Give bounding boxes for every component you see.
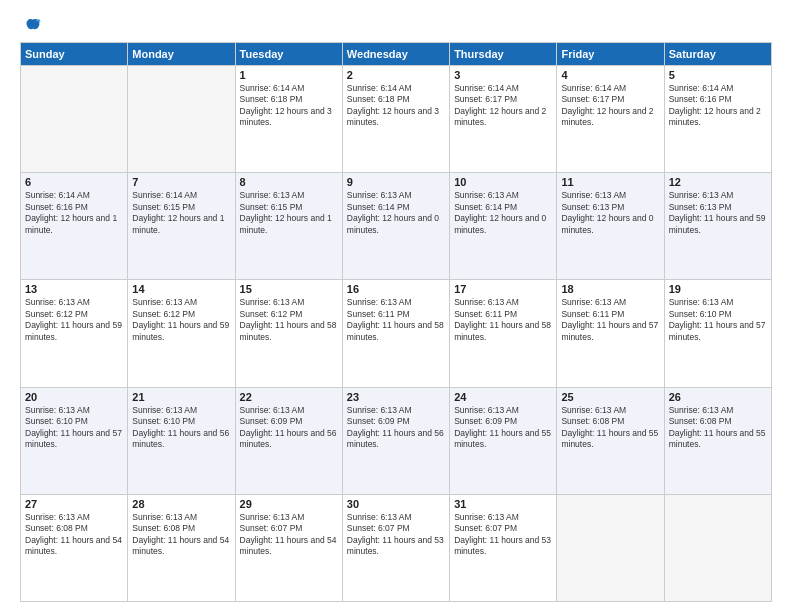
day-info: Sunrise: 6:13 AMSunset: 6:11 PMDaylight:… bbox=[454, 297, 552, 343]
calendar-cell: 22Sunrise: 6:13 AMSunset: 6:09 PMDayligh… bbox=[235, 387, 342, 494]
calendar-table: SundayMondayTuesdayWednesdayThursdayFrid… bbox=[20, 42, 772, 602]
day-number: 23 bbox=[347, 391, 445, 403]
calendar-cell: 2Sunrise: 6:14 AMSunset: 6:18 PMDaylight… bbox=[342, 66, 449, 173]
calendar-cell: 11Sunrise: 6:13 AMSunset: 6:13 PMDayligh… bbox=[557, 173, 664, 280]
calendar-cell bbox=[128, 66, 235, 173]
day-number: 13 bbox=[25, 283, 123, 295]
weekday-header-thursday: Thursday bbox=[450, 43, 557, 66]
day-number: 20 bbox=[25, 391, 123, 403]
day-info: Sunrise: 6:13 AMSunset: 6:13 PMDaylight:… bbox=[669, 190, 767, 236]
calendar-cell: 14Sunrise: 6:13 AMSunset: 6:12 PMDayligh… bbox=[128, 280, 235, 387]
calendar-cell: 7Sunrise: 6:14 AMSunset: 6:15 PMDaylight… bbox=[128, 173, 235, 280]
day-info: Sunrise: 6:13 AMSunset: 6:07 PMDaylight:… bbox=[347, 512, 445, 558]
day-number: 29 bbox=[240, 498, 338, 510]
day-info: Sunrise: 6:13 AMSunset: 6:11 PMDaylight:… bbox=[347, 297, 445, 343]
calendar-week-row: 27Sunrise: 6:13 AMSunset: 6:08 PMDayligh… bbox=[21, 494, 772, 601]
calendar-cell: 1Sunrise: 6:14 AMSunset: 6:18 PMDaylight… bbox=[235, 66, 342, 173]
calendar-cell: 17Sunrise: 6:13 AMSunset: 6:11 PMDayligh… bbox=[450, 280, 557, 387]
logo-text bbox=[20, 16, 44, 34]
calendar-cell: 9Sunrise: 6:13 AMSunset: 6:14 PMDaylight… bbox=[342, 173, 449, 280]
day-info: Sunrise: 6:13 AMSunset: 6:10 PMDaylight:… bbox=[25, 405, 123, 451]
calendar-cell: 30Sunrise: 6:13 AMSunset: 6:07 PMDayligh… bbox=[342, 494, 449, 601]
day-info: Sunrise: 6:13 AMSunset: 6:12 PMDaylight:… bbox=[132, 297, 230, 343]
weekday-header-friday: Friday bbox=[557, 43, 664, 66]
day-info: Sunrise: 6:13 AMSunset: 6:08 PMDaylight:… bbox=[561, 405, 659, 451]
header bbox=[20, 16, 772, 34]
weekday-header-sunday: Sunday bbox=[21, 43, 128, 66]
day-number: 5 bbox=[669, 69, 767, 81]
calendar-cell bbox=[21, 66, 128, 173]
weekday-header-tuesday: Tuesday bbox=[235, 43, 342, 66]
calendar-cell bbox=[664, 494, 771, 601]
calendar-cell: 19Sunrise: 6:13 AMSunset: 6:10 PMDayligh… bbox=[664, 280, 771, 387]
day-number: 17 bbox=[454, 283, 552, 295]
day-info: Sunrise: 6:14 AMSunset: 6:18 PMDaylight:… bbox=[347, 83, 445, 129]
calendar-cell: 16Sunrise: 6:13 AMSunset: 6:11 PMDayligh… bbox=[342, 280, 449, 387]
day-number: 4 bbox=[561, 69, 659, 81]
calendar-cell: 10Sunrise: 6:13 AMSunset: 6:14 PMDayligh… bbox=[450, 173, 557, 280]
day-number: 26 bbox=[669, 391, 767, 403]
logo bbox=[20, 16, 44, 34]
calendar-cell: 3Sunrise: 6:14 AMSunset: 6:17 PMDaylight… bbox=[450, 66, 557, 173]
calendar-cell: 24Sunrise: 6:13 AMSunset: 6:09 PMDayligh… bbox=[450, 387, 557, 494]
day-info: Sunrise: 6:14 AMSunset: 6:16 PMDaylight:… bbox=[25, 190, 123, 236]
day-number: 7 bbox=[132, 176, 230, 188]
logo-bird-icon bbox=[24, 16, 42, 34]
calendar-cell: 20Sunrise: 6:13 AMSunset: 6:10 PMDayligh… bbox=[21, 387, 128, 494]
day-info: Sunrise: 6:13 AMSunset: 6:15 PMDaylight:… bbox=[240, 190, 338, 236]
calendar-cell: 26Sunrise: 6:13 AMSunset: 6:08 PMDayligh… bbox=[664, 387, 771, 494]
day-number: 9 bbox=[347, 176, 445, 188]
calendar-cell: 25Sunrise: 6:13 AMSunset: 6:08 PMDayligh… bbox=[557, 387, 664, 494]
day-number: 19 bbox=[669, 283, 767, 295]
day-info: Sunrise: 6:14 AMSunset: 6:16 PMDaylight:… bbox=[669, 83, 767, 129]
day-number: 24 bbox=[454, 391, 552, 403]
day-info: Sunrise: 6:14 AMSunset: 6:17 PMDaylight:… bbox=[561, 83, 659, 129]
day-info: Sunrise: 6:13 AMSunset: 6:08 PMDaylight:… bbox=[669, 405, 767, 451]
day-info: Sunrise: 6:14 AMSunset: 6:15 PMDaylight:… bbox=[132, 190, 230, 236]
day-info: Sunrise: 6:13 AMSunset: 6:09 PMDaylight:… bbox=[240, 405, 338, 451]
day-number: 18 bbox=[561, 283, 659, 295]
calendar-cell: 12Sunrise: 6:13 AMSunset: 6:13 PMDayligh… bbox=[664, 173, 771, 280]
calendar-cell: 21Sunrise: 6:13 AMSunset: 6:10 PMDayligh… bbox=[128, 387, 235, 494]
day-number: 12 bbox=[669, 176, 767, 188]
calendar-week-row: 6Sunrise: 6:14 AMSunset: 6:16 PMDaylight… bbox=[21, 173, 772, 280]
calendar-cell: 15Sunrise: 6:13 AMSunset: 6:12 PMDayligh… bbox=[235, 280, 342, 387]
day-number: 22 bbox=[240, 391, 338, 403]
day-number: 21 bbox=[132, 391, 230, 403]
day-info: Sunrise: 6:13 AMSunset: 6:08 PMDaylight:… bbox=[132, 512, 230, 558]
day-number: 8 bbox=[240, 176, 338, 188]
day-info: Sunrise: 6:13 AMSunset: 6:10 PMDaylight:… bbox=[669, 297, 767, 343]
day-info: Sunrise: 6:13 AMSunset: 6:12 PMDaylight:… bbox=[240, 297, 338, 343]
calendar-cell bbox=[557, 494, 664, 601]
day-info: Sunrise: 6:14 AMSunset: 6:18 PMDaylight:… bbox=[240, 83, 338, 129]
calendar-cell: 13Sunrise: 6:13 AMSunset: 6:12 PMDayligh… bbox=[21, 280, 128, 387]
weekday-header-monday: Monday bbox=[128, 43, 235, 66]
day-number: 10 bbox=[454, 176, 552, 188]
calendar-cell: 6Sunrise: 6:14 AMSunset: 6:16 PMDaylight… bbox=[21, 173, 128, 280]
calendar-cell: 31Sunrise: 6:13 AMSunset: 6:07 PMDayligh… bbox=[450, 494, 557, 601]
day-info: Sunrise: 6:13 AMSunset: 6:08 PMDaylight:… bbox=[25, 512, 123, 558]
page: SundayMondayTuesdayWednesdayThursdayFrid… bbox=[0, 0, 792, 612]
day-number: 14 bbox=[132, 283, 230, 295]
calendar-cell: 8Sunrise: 6:13 AMSunset: 6:15 PMDaylight… bbox=[235, 173, 342, 280]
calendar-week-row: 13Sunrise: 6:13 AMSunset: 6:12 PMDayligh… bbox=[21, 280, 772, 387]
calendar-cell: 27Sunrise: 6:13 AMSunset: 6:08 PMDayligh… bbox=[21, 494, 128, 601]
day-number: 6 bbox=[25, 176, 123, 188]
calendar-cell: 18Sunrise: 6:13 AMSunset: 6:11 PMDayligh… bbox=[557, 280, 664, 387]
day-number: 31 bbox=[454, 498, 552, 510]
day-info: Sunrise: 6:13 AMSunset: 6:11 PMDaylight:… bbox=[561, 297, 659, 343]
day-info: Sunrise: 6:13 AMSunset: 6:10 PMDaylight:… bbox=[132, 405, 230, 451]
day-info: Sunrise: 6:13 AMSunset: 6:14 PMDaylight:… bbox=[454, 190, 552, 236]
day-number: 28 bbox=[132, 498, 230, 510]
day-info: Sunrise: 6:13 AMSunset: 6:07 PMDaylight:… bbox=[240, 512, 338, 558]
weekday-header-wednesday: Wednesday bbox=[342, 43, 449, 66]
day-info: Sunrise: 6:14 AMSunset: 6:17 PMDaylight:… bbox=[454, 83, 552, 129]
day-number: 11 bbox=[561, 176, 659, 188]
calendar-cell: 28Sunrise: 6:13 AMSunset: 6:08 PMDayligh… bbox=[128, 494, 235, 601]
calendar-cell: 29Sunrise: 6:13 AMSunset: 6:07 PMDayligh… bbox=[235, 494, 342, 601]
calendar-cell: 4Sunrise: 6:14 AMSunset: 6:17 PMDaylight… bbox=[557, 66, 664, 173]
weekday-header-saturday: Saturday bbox=[664, 43, 771, 66]
calendar-week-row: 1Sunrise: 6:14 AMSunset: 6:18 PMDaylight… bbox=[21, 66, 772, 173]
calendar-week-row: 20Sunrise: 6:13 AMSunset: 6:10 PMDayligh… bbox=[21, 387, 772, 494]
calendar-cell: 23Sunrise: 6:13 AMSunset: 6:09 PMDayligh… bbox=[342, 387, 449, 494]
